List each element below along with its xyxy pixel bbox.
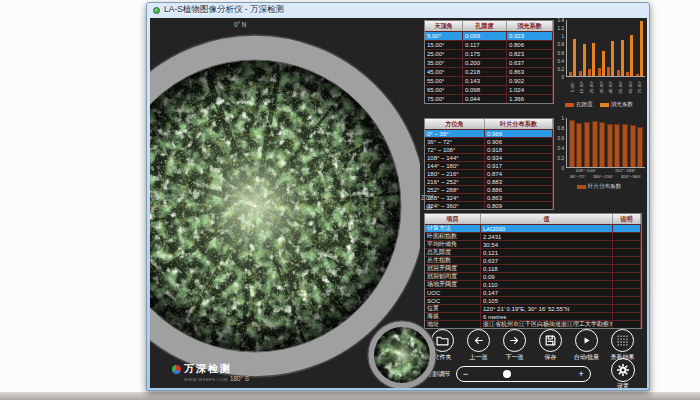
table-row[interactable]: 55.00°0.1430.902 bbox=[425, 76, 553, 85]
table-row[interactable]: 5.00°0.0990.923 bbox=[425, 31, 553, 40]
legend-item: 消光系数 bbox=[600, 101, 633, 109]
table-row[interactable]: 15.00°0.1170.806 bbox=[425, 40, 553, 49]
table-row[interactable]: 海拔6 metres bbox=[425, 312, 641, 320]
column-header[interactable]: 项目 bbox=[425, 214, 481, 224]
legend-swatch bbox=[565, 103, 574, 107]
table-row[interactable]: 144° ~ 180°0.917 bbox=[425, 161, 553, 169]
table-cell bbox=[613, 281, 641, 288]
bar bbox=[621, 40, 624, 76]
table-cell: 120° 21' 0.19"E, 30° 16' 52.55"N bbox=[481, 305, 613, 312]
table-cell bbox=[613, 297, 641, 304]
table-row[interactable]: 位置120° 21' 0.19"E, 30° 16' 52.55"N bbox=[425, 304, 641, 312]
x-tick-label: 35.00° bbox=[598, 81, 603, 94]
titlebar[interactable]: LA-S植物图像分析仪 - 万深检测 bbox=[147, 3, 649, 17]
bar bbox=[602, 51, 605, 76]
column-header[interactable]: 方位角 bbox=[425, 119, 485, 129]
table-row[interactable]: 45.00°0.2180.863 bbox=[425, 67, 553, 76]
table-row[interactable]: 25.00°0.1750.823 bbox=[425, 49, 553, 58]
thumbnail-preview-image[interactable] bbox=[364, 317, 440, 388]
table-cell: 0.218 bbox=[463, 68, 507, 76]
settings-label: 设置 bbox=[617, 382, 629, 388]
保存-button[interactable]: 保存 bbox=[538, 329, 563, 362]
table-row[interactable]: 35.00°0.2000.637 bbox=[425, 58, 553, 67]
y-tick-label: 0.2 bbox=[558, 156, 564, 161]
table-cell: 0.902 bbox=[507, 77, 553, 85]
brand-logo-subtitle: WWW.WSEEN.COM bbox=[184, 377, 232, 382]
table-row[interactable]: 72° ~ 108°0.918 bbox=[425, 145, 553, 153]
y-tick-label: 0 bbox=[561, 75, 564, 80]
table-cell: 6 metres bbox=[481, 313, 613, 320]
table-cell: 0.906 bbox=[485, 138, 553, 145]
table-row[interactable]: 288° ~ 324°0.863 bbox=[425, 193, 553, 201]
slider-minus-button[interactable]: − bbox=[463, 370, 468, 379]
bar bbox=[614, 124, 620, 167]
column-header[interactable]: 值 bbox=[481, 214, 613, 224]
table-cell bbox=[613, 313, 641, 320]
save-icon bbox=[544, 334, 557, 347]
y-tick-label: 1 bbox=[561, 34, 564, 39]
bar bbox=[637, 127, 643, 167]
table-row[interactable]: 丛生指数0.637 bbox=[425, 256, 641, 264]
下一张-button[interactable]: 下一张 bbox=[502, 329, 527, 362]
slider-thumb[interactable] bbox=[503, 370, 511, 378]
table-row[interactable]: 36° ~ 72°0.906 bbox=[425, 137, 553, 145]
table-row[interactable]: SOC0.105 bbox=[425, 296, 641, 304]
segmentation-slider[interactable]: − + bbox=[456, 366, 591, 382]
table-row[interactable]: 总孔隙度0.121 bbox=[425, 248, 641, 256]
table-cell: 0.637 bbox=[507, 59, 553, 67]
table-row[interactable]: 场地开阔度0.110 bbox=[425, 280, 641, 288]
app-window: LA-S植物图像分析仪 - 万深检测 bbox=[146, 2, 650, 391]
table-cell: LAI2000 bbox=[481, 225, 613, 232]
x-tick-label: 25.00° bbox=[588, 81, 593, 94]
parameters-table: 项目值说明计算方法LAI2000叶面积指数2.2431平均叶倾角30.54总孔隙… bbox=[424, 213, 642, 329]
chart-y-axis: 00.20.40.60.811.21.4 bbox=[553, 20, 566, 77]
table-row[interactable]: 冠层开阔度0.118 bbox=[425, 264, 641, 272]
table-row[interactable]: 216° ~ 252°0.883 bbox=[425, 177, 553, 185]
chart-x-axis: 108°~144°252°~288°36°~72°180°~216°324°~3… bbox=[553, 168, 645, 180]
table-row[interactable]: 地址浙江省杭州市江干区白杨街道浙江理工大学勘察来源 bbox=[425, 320, 641, 328]
table-row[interactable]: 180° ~ 216°0.874 bbox=[425, 169, 553, 177]
table-row[interactable]: 65.00°0.0981.024 bbox=[425, 85, 553, 94]
y-tick-label: 0.6 bbox=[558, 50, 564, 55]
table-cell: 平均叶倾角 bbox=[425, 241, 481, 248]
column-header[interactable]: 孔隙度 bbox=[463, 21, 507, 31]
自动/批量-button[interactable]: 自动/批量 bbox=[574, 329, 599, 362]
table-cell: 1.366 bbox=[507, 95, 553, 103]
table-row[interactable]: 75.00°0.0441.366 bbox=[425, 94, 553, 103]
上一张-button[interactable]: 上一张 bbox=[466, 329, 491, 362]
settings-button[interactable]: 设置 bbox=[608, 358, 638, 388]
table-row[interactable]: 108° ~ 144°0.934 bbox=[425, 153, 553, 161]
y-tick-label: 1.2 bbox=[558, 26, 564, 31]
table-cell: 0.099 bbox=[463, 32, 507, 40]
column-header[interactable]: 叶片分布系数 bbox=[485, 119, 553, 129]
table-row[interactable]: 计算方法LAI2000 bbox=[425, 224, 641, 232]
table-row[interactable]: 252° ~ 288°0.886 bbox=[425, 185, 553, 193]
table-cell: 冠层开阔度 bbox=[425, 265, 481, 272]
table-cell: 0.863 bbox=[507, 68, 553, 76]
button-label: 保存 bbox=[545, 353, 557, 362]
table-row[interactable]: UOC0.147 bbox=[425, 288, 641, 296]
x-tick-label: 75.00° bbox=[637, 81, 642, 94]
legend-item: 叶片分布系数 bbox=[577, 183, 622, 191]
table-row[interactable]: 冠层郁闭度0.09 bbox=[425, 272, 641, 280]
table-row[interactable]: 叶面积指数2.2431 bbox=[425, 232, 641, 240]
bar bbox=[583, 44, 586, 76]
table-cell: 108° ~ 144° bbox=[425, 154, 485, 161]
chart-bars bbox=[567, 118, 645, 167]
bar bbox=[640, 21, 643, 76]
compass-label-south: 180° S bbox=[230, 375, 249, 382]
table-cell: 场地开阔度 bbox=[425, 281, 481, 288]
azimuth-angle-table: 方位角叶片分布系数0° ~ 36°0.96636° ~ 72°0.90672° … bbox=[424, 118, 554, 210]
table-row[interactable]: 0° ~ 36°0.966 bbox=[425, 129, 553, 137]
table-cell: 0.637 bbox=[481, 257, 613, 264]
column-header[interactable]: 天顶角 bbox=[425, 21, 463, 31]
table-cell: 0.175 bbox=[463, 50, 507, 58]
table-cell: 144° ~ 180° bbox=[425, 162, 485, 169]
column-header[interactable]: 消光系数 bbox=[507, 21, 553, 31]
table-row[interactable]: 平均叶倾角30.54 bbox=[425, 240, 641, 248]
slider-plus-button[interactable]: + bbox=[578, 370, 583, 379]
bar bbox=[630, 35, 633, 76]
table-row[interactable]: 324° ~ 360°0.809 bbox=[425, 201, 553, 209]
table-cell: 0.917 bbox=[485, 162, 553, 169]
column-header[interactable]: 说明 bbox=[613, 214, 641, 224]
